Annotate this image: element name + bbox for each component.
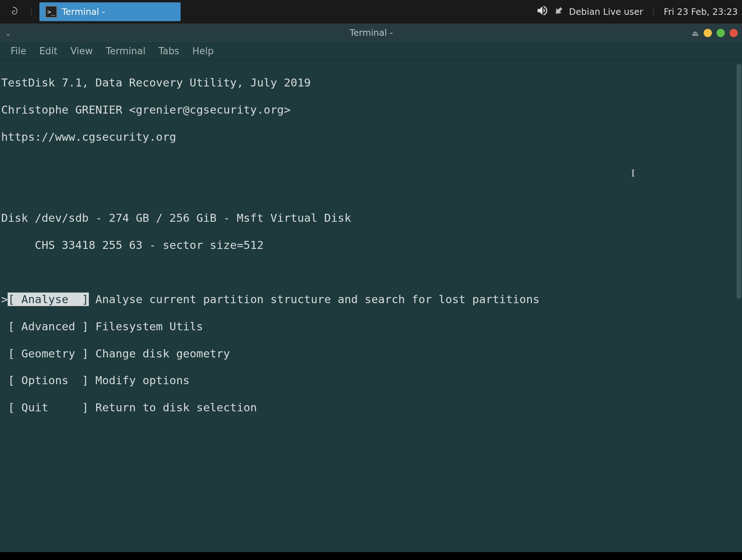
menu-terminal[interactable]: Terminal	[100, 43, 152, 58]
eject-icon[interactable]: ⏏	[692, 29, 699, 37]
taskbar-separator: ⋮	[27, 7, 36, 17]
terminal-window: ⌄ Terminal - ⏏ File Edit View Terminal T…	[0, 24, 742, 552]
volume-icon[interactable]	[536, 4, 549, 19]
blank-line	[1, 428, 741, 441]
blank-line	[1, 266, 741, 279]
disk-info-line: Disk /dev/sdb - 274 GB / 256 GiB - Msft …	[1, 211, 741, 225]
taskbar-app-terminal[interactable]: >_ Terminal -	[39, 3, 180, 21]
titlebar-menu-icon[interactable]: ⌄	[5, 28, 12, 38]
header-line: Christophe GRENIER <grenier@cgsecurity.o…	[1, 103, 741, 116]
text-cursor-icon	[631, 166, 632, 178]
testdisk-menu-options[interactable]: [ Options ] Modify options	[1, 374, 741, 387]
testdisk-menu-advanced[interactable]: [ Advanced ] Filesystem Utils	[1, 319, 741, 333]
debian-menu-icon[interactable]	[6, 5, 20, 19]
system-taskbar: ⋮ >_ Terminal - Debian Live user ⋮ Fri 2…	[0, 0, 742, 24]
testdisk-menu-quit[interactable]: [ Quit ] Return to disk selection	[1, 401, 741, 414]
blank-line	[1, 184, 741, 198]
disk-info-line: CHS 33418 255 63 - sector size=512	[1, 238, 741, 252]
menu-view[interactable]: View	[65, 43, 99, 58]
tray-icon[interactable]	[554, 5, 564, 18]
window-titlebar[interactable]: ⌄ Terminal - ⏏	[0, 24, 742, 42]
window-title: Terminal -	[350, 27, 393, 38]
terminal-scrollbar[interactable]	[737, 64, 741, 299]
blank-line	[1, 157, 741, 170]
menu-tabs[interactable]: Tabs	[153, 43, 185, 58]
menu-file[interactable]: File	[5, 43, 32, 58]
testdisk-menu-analyse[interactable]: >[ Analyse ] Analyse current partition s…	[1, 293, 741, 306]
close-button[interactable]	[729, 29, 738, 37]
taskbar-clock[interactable]: Fri 23 Feb, 23:23	[664, 7, 738, 17]
blank-line	[1, 482, 741, 496]
taskbar-user-label: Debian Live user	[569, 7, 643, 17]
taskbar-app-title: Terminal -	[62, 7, 105, 17]
testdisk-menu-geometry[interactable]: [ Geometry ] Change disk geometry	[1, 347, 741, 360]
menu-help[interactable]: Help	[186, 43, 219, 58]
header-line: TestDisk 7.1, Data Recovery Utility, Jul…	[1, 76, 741, 89]
terminal-content[interactable]: TestDisk 7.1, Data Recovery Utility, Jul…	[0, 60, 742, 552]
terminal-menubar: File Edit View Terminal Tabs Help	[0, 42, 742, 60]
terminal-app-icon: >_	[45, 6, 57, 18]
blank-line	[1, 536, 741, 550]
menu-edit[interactable]: Edit	[33, 43, 63, 58]
maximize-button[interactable]	[717, 29, 725, 37]
header-line: https://www.cgsecurity.org	[1, 130, 741, 144]
blank-line	[1, 455, 741, 468]
taskbar-separator-2: ⋮	[649, 7, 658, 17]
blank-line	[1, 509, 741, 522]
minimize-button[interactable]	[704, 29, 712, 37]
